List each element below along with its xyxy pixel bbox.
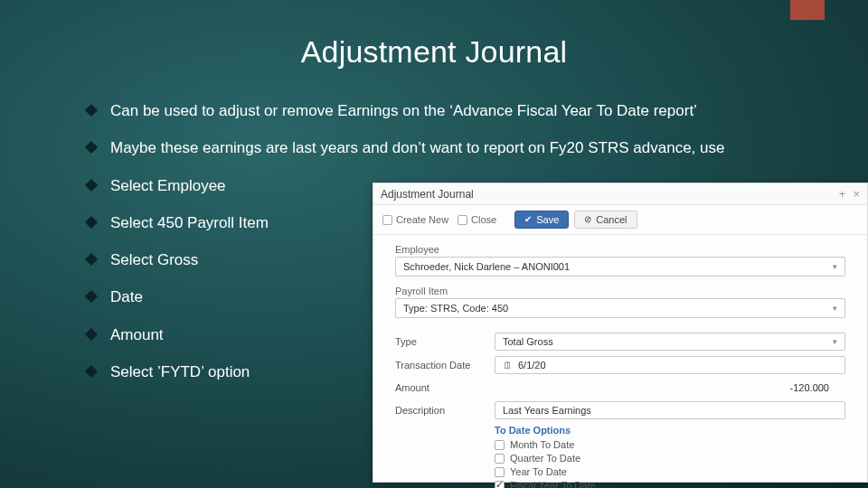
option-label: Year To Date xyxy=(510,466,567,477)
button-label: Save xyxy=(536,214,559,225)
form-toolbar: Create New Close ✔Save ⊘Cancel xyxy=(373,205,867,235)
to-date-header: To Date Options xyxy=(495,425,867,436)
type-label: Type xyxy=(395,336,495,347)
bullet-icon xyxy=(85,290,98,303)
bullet-icon xyxy=(85,178,98,191)
bullet-text: Amount xyxy=(110,325,363,344)
bullet-icon xyxy=(85,327,98,340)
chevron-down-icon: ▾ xyxy=(833,304,837,313)
type-select[interactable]: Total Gross▾ xyxy=(495,333,845,351)
bullet-text: Can be used to adjust or remove Earnings… xyxy=(110,101,774,120)
bullet-text: Select Employee xyxy=(110,176,363,195)
adjustment-journal-form: Adjustment Journal + × Create New Close … xyxy=(373,183,868,483)
cancel-button[interactable]: ⊘Cancel xyxy=(574,211,637,229)
description-label: Description xyxy=(395,405,495,416)
to-date-option-year[interactable]: Year To Date xyxy=(495,466,867,477)
option-label: Quarter To Date xyxy=(510,453,580,464)
option-label: Month To Date xyxy=(510,439,574,450)
select-value: Schroeder, Nick Darlene – ANONI001 xyxy=(403,261,570,272)
select-value: Type: STRS, Code: 450 xyxy=(403,303,508,314)
close-checkbox[interactable]: Close xyxy=(458,214,496,225)
checkbox-icon xyxy=(458,215,467,225)
employee-label: Employee xyxy=(395,244,845,255)
description-field[interactable]: Last Years Earnings xyxy=(495,401,845,419)
chevron-down-icon: ▾ xyxy=(833,337,837,346)
form-header: Adjustment Journal + × xyxy=(373,183,867,205)
transaction-date-field[interactable]: 🗓6/1/20 xyxy=(495,356,845,374)
field-value: 6/1/20 xyxy=(518,360,546,371)
close-icon[interactable]: × xyxy=(853,187,860,201)
list-item: Maybe these earnings are last years and … xyxy=(87,138,774,157)
bullet-text: Select Gross xyxy=(110,250,363,269)
field-value: -120.000 xyxy=(790,382,829,393)
slide-title: Adjustment Journal xyxy=(0,34,868,70)
form-grid: Type Total Gross▾ Transaction Date 🗓6/1/… xyxy=(373,327,867,419)
employee-section: Employee Schroeder, Nick Darlene – ANONI… xyxy=(373,235,867,318)
checkbox-icon xyxy=(495,467,505,477)
to-date-option-quarter[interactable]: Quarter To Date xyxy=(495,453,867,464)
bullet-text: Select ’FYTD’ option xyxy=(110,362,363,381)
payroll-item-label: Payroll Item xyxy=(395,286,845,296)
option-label: Fiscal Year To Date xyxy=(510,480,596,488)
amount-label: Amount xyxy=(395,382,495,393)
to-date-option-fiscal-year[interactable]: Fiscal Year To Date xyxy=(495,480,867,488)
calendar-icon: 🗓 xyxy=(503,360,513,371)
bullet-text: Date xyxy=(110,287,363,306)
bullet-icon xyxy=(85,216,98,229)
bullet-icon xyxy=(85,141,98,154)
employee-select[interactable]: Schroeder, Nick Darlene – ANONI001 ▾ xyxy=(395,257,845,277)
list-item: Can be used to adjust or remove Earnings… xyxy=(87,101,774,120)
to-date-options: To Date Options Month To Date Quarter To… xyxy=(495,425,867,488)
checkbox-icon xyxy=(495,454,505,464)
bullet-icon xyxy=(85,104,98,117)
checkbox-label: Close xyxy=(471,214,496,225)
bullet-text: Maybe these earnings are last years and … xyxy=(110,138,774,157)
bullet-icon xyxy=(85,365,98,378)
chevron-down-icon: ▾ xyxy=(833,262,837,271)
add-icon[interactable]: + xyxy=(839,187,846,201)
to-date-option-month[interactable]: Month To Date xyxy=(495,439,867,450)
payroll-item-select[interactable]: Type: STRS, Code: 450 ▾ xyxy=(395,298,845,318)
checkbox-icon xyxy=(495,481,505,489)
create-new-checkbox[interactable]: Create New xyxy=(382,214,448,225)
button-label: Cancel xyxy=(596,214,627,225)
bullet-icon xyxy=(85,253,98,266)
form-title: Adjustment Journal xyxy=(381,188,832,201)
save-button[interactable]: ✔Save xyxy=(514,211,569,229)
checkbox-icon xyxy=(495,440,505,450)
accent-bar xyxy=(790,0,825,20)
cancel-icon: ⊘ xyxy=(584,215,591,224)
amount-field[interactable]: -120.000 xyxy=(495,380,845,396)
check-icon: ✔ xyxy=(524,215,532,224)
field-value: Total Gross xyxy=(503,336,553,347)
checkbox-icon xyxy=(382,215,392,225)
checkbox-label: Create New xyxy=(396,214,448,225)
bullet-text: Select 450 Payroll Item xyxy=(110,213,363,232)
field-value: Last Years Earnings xyxy=(503,405,591,416)
transaction-date-label: Transaction Date xyxy=(395,360,495,371)
